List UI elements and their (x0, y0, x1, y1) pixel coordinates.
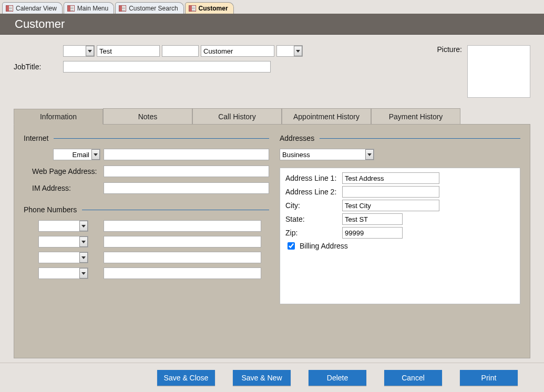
email-type-combo[interactable] (53, 149, 100, 160)
save-close-button[interactable]: Save & Close (157, 370, 215, 386)
job-title-input[interactable] (63, 61, 271, 73)
address-type-combo[interactable] (280, 149, 374, 160)
addresses-legend: Addresses (280, 134, 314, 142)
divider-line (54, 138, 269, 139)
prefix-combo[interactable] (63, 45, 95, 57)
addr-city-label: City: (285, 201, 340, 210)
phone-row (38, 252, 269, 263)
content-area: JobTitle: Picture: Information Notes Cal… (0, 35, 544, 364)
addr-line1-input[interactable] (342, 172, 439, 184)
phone-row (38, 236, 269, 247)
doc-tab-customer[interactable]: Customer (185, 2, 234, 14)
address-type-input[interactable] (280, 149, 374, 160)
tab-call-history[interactable]: Call History (192, 108, 282, 124)
addresses-fieldset: Addresses Address Line 1: (280, 134, 520, 304)
picture-frame[interactable] (467, 45, 530, 98)
webpage-label: Web Page Address: (32, 167, 100, 176)
page-title: Customer (15, 17, 65, 31)
cancel-button[interactable]: Cancel (384, 370, 442, 386)
tab-headers: Information Notes Call History Appointme… (14, 108, 530, 125)
right-column: Addresses Address Line 1: (280, 134, 520, 316)
detail-tabpanel: Information Notes Call History Appointme… (14, 108, 530, 358)
addr-zip-input[interactable] (342, 227, 403, 239)
last-name-input[interactable] (201, 45, 274, 57)
form-icon (119, 5, 126, 12)
billing-address-checkbox[interactable] (288, 242, 295, 250)
doc-tab-label: Calendar View (16, 5, 57, 12)
save-new-button[interactable]: Save & New (233, 370, 291, 386)
tab-payment-history[interactable]: Payment History (371, 108, 460, 124)
page-header: Customer (0, 14, 544, 35)
form-icon (6, 5, 13, 12)
phone-type-combo[interactable] (38, 252, 88, 263)
name-block: JobTitle: (14, 45, 303, 73)
phone-row (38, 220, 269, 232)
addr-zip-label: Zip: (285, 229, 340, 237)
doc-tab-label: Customer Search (129, 5, 178, 12)
phone-legend: Phone Numbers (24, 205, 77, 214)
billing-address-label: Billing Address (300, 242, 348, 250)
prefix-input[interactable] (63, 45, 95, 57)
suffix-input[interactable] (276, 45, 303, 57)
phone-fieldset: Phone Numbers (24, 205, 269, 279)
internet-legend: Internet (24, 134, 48, 142)
doc-tab-customer-search[interactable]: Customer Search (115, 2, 183, 14)
addr-line1-label: Address Line 1: (285, 174, 340, 182)
left-column: Internet Web Page Address: (24, 134, 269, 316)
middle-name-input[interactable] (162, 45, 199, 57)
doc-tab-label: Main Menu (77, 5, 108, 12)
phone-type-combo[interactable] (38, 267, 88, 279)
tab-notes[interactable]: Notes (103, 108, 192, 124)
address-panel: Address Line 1: Address Line 2: City: (280, 168, 520, 304)
print-button[interactable]: Print (460, 370, 518, 386)
im-input[interactable] (104, 182, 269, 194)
phone-row (38, 267, 269, 279)
tab-appointment-history[interactable]: Appointment History (282, 108, 371, 124)
email-input[interactable] (104, 149, 269, 160)
addr-state-label: State: (285, 215, 340, 223)
addr-city-input[interactable] (342, 200, 439, 211)
addr-line2-label: Address Line 2: (285, 188, 340, 196)
phone-number-input[interactable] (104, 220, 261, 232)
form-icon (67, 5, 75, 12)
internet-fieldset: Internet Web Page Address: (24, 134, 269, 194)
tab-body: Internet Web Page Address: (14, 125, 530, 358)
doc-tab-label: Customer (199, 5, 228, 12)
addr-line2-input[interactable] (342, 186, 439, 198)
delete-button[interactable]: Delete (309, 370, 366, 386)
im-label: IM Address: (32, 184, 100, 192)
suffix-combo[interactable] (276, 45, 303, 57)
name-picture-row: JobTitle: Picture: (14, 45, 530, 98)
footer-toolbar: Save & Close Save & New Delete Cancel Pr… (0, 363, 544, 392)
tab-information[interactable]: Information (14, 109, 103, 125)
webpage-input[interactable] (104, 166, 269, 177)
email-type-input[interactable] (53, 149, 100, 160)
doc-tab-main-menu[interactable]: Main Menu (64, 2, 114, 14)
first-name-input[interactable] (97, 45, 160, 57)
job-title-label: JobTitle: (14, 63, 61, 71)
divider-line (82, 210, 269, 210)
phone-type-combo[interactable] (38, 236, 88, 247)
form-icon (189, 5, 196, 12)
name-fields (63, 45, 303, 57)
document-tabstrip: Calendar View Main Menu Customer Search … (0, 0, 544, 14)
doc-tab-calendar-view[interactable]: Calendar View (2, 2, 63, 14)
phone-number-input[interactable] (104, 267, 261, 279)
picture-label: Picture: (437, 45, 462, 54)
divider-line (320, 138, 520, 139)
phone-type-combo[interactable] (38, 220, 88, 232)
picture-block: Picture: (437, 45, 530, 98)
phone-number-input[interactable] (104, 252, 261, 263)
phone-number-input[interactable] (104, 236, 261, 247)
addr-state-input[interactable] (342, 213, 403, 225)
